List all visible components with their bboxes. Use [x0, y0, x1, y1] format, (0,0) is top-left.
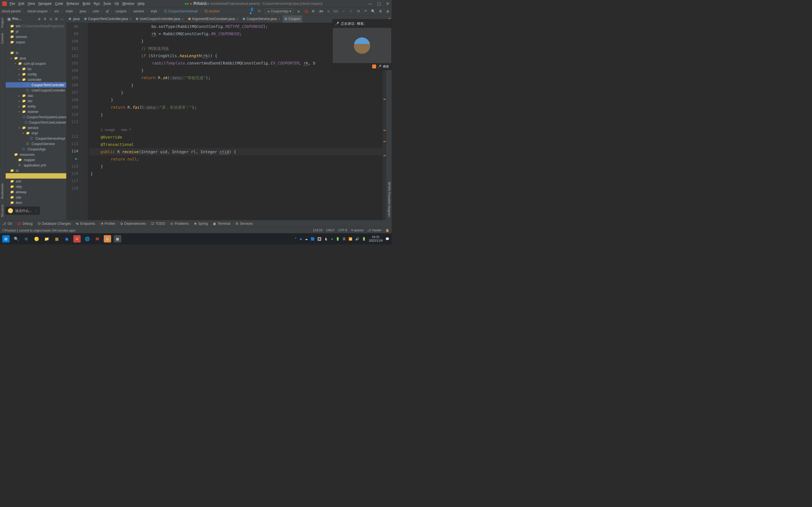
tree-row[interactable]: ▾📁impl — [6, 130, 66, 136]
editor-tab[interactable]: Coupon — [283, 15, 303, 22]
tool-spring[interactable]: ❀ Spring — [194, 222, 208, 226]
coverage-icon[interactable]: ⛨ — [311, 9, 316, 13]
run-config-selector[interactable]: ⬗ CouponApp ▾ — [264, 8, 294, 14]
menu-file[interactable]: File — [10, 2, 15, 6]
git-push-icon[interactable]: ↗ — [349, 9, 353, 13]
crumb[interactable]: java — [80, 9, 86, 13]
tree-row[interactable]: ⒸCouponTemController — [6, 82, 66, 88]
project-tree[interactable]: 📁ent C:\Users\zed\IdeaProjects\cl📁pi📁omm… — [6, 23, 66, 220]
app-icon-1[interactable]: ▦ — [53, 235, 60, 242]
clock[interactable]: 16:31 2022/11/9 — [369, 235, 383, 242]
app-icon-6[interactable]: ◼ — [114, 235, 121, 242]
start-icon[interactable]: ⊞ — [2, 235, 10, 242]
tray-icon[interactable]: ◆ — [300, 237, 302, 241]
menu-git[interactable]: Git — [114, 2, 119, 6]
tool-git[interactable]: ⎇ Git — [2, 222, 12, 226]
intellij-icon[interactable]: IJ — [73, 235, 81, 242]
tree-row[interactable]: ⚙application.yml — [6, 163, 66, 168]
profile-icon[interactable]: ◔▾ — [319, 9, 323, 13]
tree-row[interactable]: 📁pi — [6, 29, 66, 34]
tab-close-icon[interactable]: × — [130, 17, 131, 20]
vtab-project[interactable]: Project — [0, 15, 5, 31]
line-separator[interactable]: CRLF — [326, 228, 335, 232]
app-icon-5[interactable]: ◼ — [104, 235, 111, 242]
tool-services[interactable]: ⚙ Services — [236, 222, 253, 226]
tree-row[interactable]: 📁ntity — [6, 184, 66, 189]
menu-help[interactable]: Help — [138, 2, 145, 6]
tree-row[interactable]: t — [6, 173, 66, 179]
tree-row[interactable]: 📁ommon — [6, 34, 66, 40]
tree-row[interactable]: 📁oupon — [6, 40, 66, 45]
menu-code[interactable]: Code — [55, 2, 63, 6]
minimize-icon[interactable]: — — [368, 1, 372, 6]
tray-icon[interactable]: 🔳 — [317, 237, 321, 241]
tree-row[interactable]: 📁resources — [6, 152, 66, 157]
tool-todo[interactable]: ☑ TODO — [151, 222, 165, 226]
editor-tab[interactable]: ArgumentErrorConstant.java× — [186, 15, 241, 22]
tree-row[interactable]: 📁ateway — [6, 189, 66, 194]
crumb[interactable]: cloud-parent — [2, 9, 20, 13]
tree-row[interactable]: ▾📁com.qf.coupon — [6, 61, 66, 66]
debug-icon[interactable]: 🐞 — [304, 9, 308, 13]
git-check-icon[interactable]: ✓ — [342, 9, 346, 13]
editor-tab[interactable]: .java — [66, 15, 82, 22]
tree-row[interactable]: ⒸCouponApp — [6, 147, 66, 152]
tree-row[interactable]: ▾📁listener — [6, 109, 66, 114]
tool-problems[interactable]: ⊘ Problems — [170, 222, 189, 226]
file-encoding[interactable]: UTF-8 — [338, 228, 347, 232]
crumb[interactable]: cloud-coupon — [28, 9, 48, 13]
app-icon-2[interactable]: ◼ — [63, 235, 70, 242]
menu-run[interactable]: Run — [94, 2, 100, 6]
gear-icon[interactable]: ⚙ — [55, 17, 59, 21]
git-branch[interactable]: ⎇ master — [367, 228, 382, 232]
vtab-bookmarks[interactable]: Bookmarks — [0, 180, 5, 202]
tree-row[interactable]: 📁mapper — [6, 157, 66, 163]
run-icon[interactable]: ▶ — [297, 9, 301, 13]
menu-window[interactable]: Window — [122, 2, 134, 6]
crumb[interactable]: src — [54, 9, 59, 13]
vscode-icon[interactable]: ⧉ — [22, 235, 30, 242]
tree-row[interactable]: ▸📁dto — [6, 98, 66, 104]
tool-terminal[interactable]: ▣ Terminal — [213, 222, 230, 226]
crumb-class[interactable]: ⓒ CouponServiceImpl — [164, 9, 198, 14]
settings-icon[interactable]: ⚙ — [378, 9, 383, 13]
tool-endpoints[interactable]: ↹ Endpoints — [76, 222, 95, 226]
menu-build[interactable]: Build — [83, 2, 90, 6]
tree-row[interactable]: 📁ent C:\Users\zed\IdeaProjects\cl — [6, 23, 66, 29]
tray-icon[interactable]: 🟦 — [311, 237, 315, 241]
lock-icon[interactable]: 🔒 — [386, 228, 389, 232]
crumb[interactable]: service — [133, 9, 144, 13]
tree-row[interactable]: ▾📁java — [6, 55, 66, 61]
tree-row[interactable]: ⒸCouponTemSystemListener — [6, 114, 66, 120]
close-icon[interactable]: ✕ — [386, 1, 389, 6]
editor-tab[interactable]: CouponService.java× — [241, 15, 283, 22]
crumb[interactable]: impl — [151, 9, 157, 13]
tray-icon[interactable]: 🐧 — [324, 237, 328, 241]
tab-close-icon[interactable]: × — [182, 17, 183, 20]
stop-icon[interactable]: ■ — [326, 9, 331, 13]
ime-indicator[interactable]: 英 — [343, 237, 346, 241]
user-icon[interactable]: 👤▾ — [250, 9, 254, 13]
vtab-bpmn[interactable]: BPMN-Flowable-Diagram — [386, 179, 392, 220]
tree-row[interactable]: 📁st — [6, 168, 66, 173]
menu-view[interactable]: View — [28, 2, 35, 6]
tree-row[interactable] — [6, 45, 66, 50]
project-dropdown-icon[interactable]: ▦ — [7, 17, 11, 21]
tab-close-icon[interactable]: × — [278, 17, 280, 20]
tree-row[interactable]: ⒸUserCouponController — [6, 88, 66, 93]
tree-row[interactable]: ⒸCouponServiceImpl — [6, 136, 66, 141]
line-gutter[interactable]: 9899100101102103104105106107108109110111… — [66, 23, 82, 220]
tree-row[interactable]: 📁ods — [6, 194, 66, 200]
tray-icon[interactable]: ☁ — [305, 237, 308, 241]
plugin-icon[interactable]: ◉ — [386, 9, 390, 13]
tool-debug[interactable]: 🐞 Debug — [17, 222, 33, 226]
tree-row[interactable]: ⒸCouponTemUserListener — [6, 120, 66, 125]
vtab-commit[interactable]: Commit — [0, 31, 5, 47]
maximize-icon[interactable]: ▢ — [377, 1, 381, 6]
volume-icon[interactable]: 🔊 — [355, 237, 359, 241]
tool-db-changes[interactable]: ⛁ Database Changes — [38, 222, 71, 226]
menu-navigate[interactable]: Navigate — [38, 2, 52, 6]
crumb[interactable]: com — [93, 9, 99, 13]
tool-dependencies[interactable]: ⧉ Dependencies — [120, 222, 146, 226]
crumb[interactable]: qf — [106, 9, 109, 13]
